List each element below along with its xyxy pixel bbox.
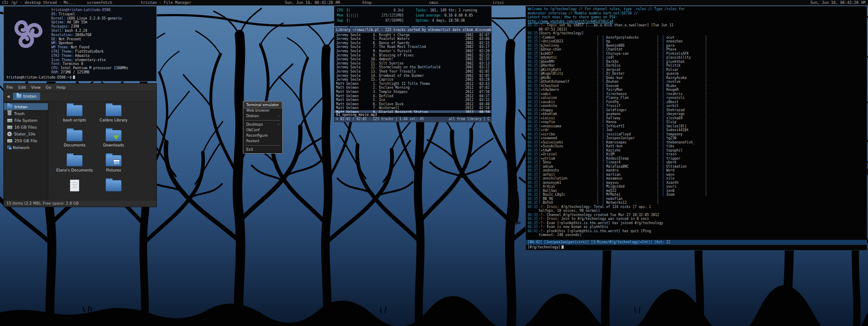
nicklist-row: 06:35[ annihilation][ maxamous][ xilo] (528, 177, 865, 181)
file-item[interactable]: Calibre Library (94, 105, 133, 130)
menu-entry[interactable]: Restart (244, 138, 281, 144)
nicklist-row: 06:35[ Ardias][ Misguided][ yuuri] (528, 185, 865, 189)
file-item-label: bash scripts (63, 118, 86, 122)
irssi-line: 06:35-!- Evan [~plunk@this.is.the.worst]… (528, 221, 865, 225)
irssi-messages: 06:35-!- Irssi: #/g/technology: Total of… (528, 205, 865, 237)
screenfetch-info: tristan@tristan-Latitude-D500 OS:Trisque… (51, 6, 156, 81)
track-row[interactable]: Jeremy Soule 5. Peaceful Waters200203:06 (334, 37, 491, 41)
menubar-item[interactable]: View (28, 85, 43, 90)
track-row[interactable]: Matt Uelmen 2. Enclave Morning201207:02 (334, 86, 491, 90)
menubar-item[interactable]: Go (43, 85, 54, 90)
taskbar-item-browser[interactable]: (5) /g/ - desktop thread - Mo... (2, 0, 75, 5)
nicklist-row: 06:35[ Shou][ linear4][ uberk] (528, 160, 865, 165)
menu-entry[interactable]: Reconfigure (244, 133, 281, 138)
htop-meters: CPU[|8.3%]Mem[|||||275/1253MB]Swp[|87/50… (337, 8, 416, 24)
file-item[interactable]: Documents (55, 130, 94, 155)
track-row[interactable]: Matt Uelmen 6. Enclave Dusk201204:40 (334, 102, 491, 107)
sidebar-item-label: File System (14, 118, 37, 123)
screenfetch-info-line: Resolution:868x326 (51, 33, 156, 37)
irssi-scrollback: Welcome to /g/technology // For channel … (526, 6, 867, 240)
sidebar-item[interactable]: Slater_10e (4, 130, 48, 137)
path-button-tristan[interactable]: tristan (13, 93, 40, 100)
track-row[interactable]: Jeremy Soule15. Caprice200203:28 (334, 78, 491, 82)
menu-entry[interactable]: Web browser (244, 108, 281, 113)
nicklist-row: 06:35[ BallSac][ mq522][ zen0] (528, 189, 865, 193)
track-row[interactable]: Jeremy Soule14. Drumbeat of the Dunmer20… (334, 74, 491, 78)
sidebar-item[interactable]: 250 GB File (4, 137, 48, 144)
file-item[interactable]: Elane's Documents (55, 155, 94, 180)
file-item[interactable] (94, 180, 133, 200)
back-arrow-icon[interactable]: ◀ (7, 94, 10, 98)
taskbar-item-screenfetch[interactable]: screenfetch (87, 0, 112, 5)
sidebar-item[interactable]: Network (4, 144, 48, 151)
menu-entry[interactable]: Debian (244, 113, 281, 119)
track-row[interactable]: Matt Uelmen 4. Defiled201204:37 (334, 94, 491, 98)
taskbar-item-cmus[interactable]: cmus (429, 0, 438, 5)
irssi-input[interactable]: [#/g/technology] (526, 245, 867, 250)
sidebar-item[interactable]: 16 GB Files (4, 124, 48, 130)
menubar-item[interactable]: File (4, 85, 16, 90)
track-row[interactable]: Jeremy Soule 6. Dance of Swords200202:15 (334, 41, 491, 45)
sidebar-item[interactable]: tristan (4, 103, 48, 110)
screenfetch-info-line: Uptime:4d 18h 55m (51, 20, 156, 25)
track-row[interactable]: Jeremy Soule11. Silt Sunrise200203:13 (334, 62, 491, 66)
nicklist-row: 06:35[@dymatic][ codl][ plausibility] (528, 56, 865, 60)
file-item-label: Elane's Documents (56, 168, 93, 172)
menu-entry[interactable] (245, 145, 280, 146)
track-row[interactable]: Jeremy Soule 4. Knight's Charge200202:07 (334, 33, 491, 37)
prompt-text: tristan@tristan-Latitude-D500:~$ (6, 76, 72, 79)
htop-meter: CPU[|8.3%] (337, 8, 416, 13)
sidebar-item[interactable]: Trash (4, 110, 48, 117)
taskbar-item-filemanager[interactable]: tristan - File Manager (141, 0, 191, 5)
track-row[interactable]: Jeremy Soule13. Shed Your Travails200202… (334, 70, 491, 74)
track-row[interactable]: Matt Uelmen 1. Torchlight II Title Theme… (334, 82, 491, 86)
track-row[interactable]: Jeremy Soule 9. Blessing of Vivec200202:… (334, 53, 491, 58)
track-row[interactable]: Matt Uelmen 5. Ice201203:33 (334, 98, 491, 102)
track-row[interactable]: Jeremy Soule12. Stormclouds on the Battl… (334, 65, 491, 70)
irssi-cursor (562, 245, 564, 249)
file-item-label: Pictures (106, 168, 121, 172)
track-row[interactable]: Matt Uelmen 7. Winterwell201202:58 (334, 106, 491, 110)
menubar-item[interactable]: Help (54, 85, 68, 90)
track-row[interactable]: Jeremy Soule 7. The Road Most Travelled2… (334, 45, 491, 49)
cmus-current-file: 01_opening_movie.mp3 (334, 113, 491, 117)
track-row[interactable]: Jeremy Soule10. Ambush!200202:35 (334, 57, 491, 62)
nicklist-row: 06:35[@GeoRMr][ DarkXe][ plunkthat] (528, 60, 865, 64)
irssi-line: http://www.youtube.com/watch?v=kWSiFh8iC… (528, 20, 865, 24)
file-item-label: Calibre Library (100, 118, 128, 122)
file-item[interactable]: Downloads (94, 130, 133, 155)
irssi-line: 06:35-!- Irssi: #/g/technology: Total of… (528, 205, 865, 209)
nicklist-row: 06:35[+advi][ firecheese][ roxahris] (528, 92, 865, 96)
taskbar-item-htop[interactable]: htop (362, 0, 372, 5)
nicklist-row: 06:35[ adium][ MalaTasaBNC][ Ultimation] (528, 165, 865, 169)
irssi-line: 06:35-!- Topic set by sb057 [...be.a.dic… (528, 23, 865, 28)
track-row[interactable]: Matt Uelmen 3. Temple Steppes201207:50 (334, 90, 491, 94)
nicklist-row: 06:35[+seaweed][ JunipexJuniper][ tg230] (528, 136, 865, 141)
irssi-window: Welcome to /g/technology // For channel … (526, 6, 867, 250)
irssi-line: moderator interview // Mumble mumble har… (528, 11, 865, 16)
taskbar-item-irssi[interactable]: irssi (492, 0, 504, 5)
menubar-item[interactable]: Edit (16, 85, 28, 90)
menu-entry[interactable]: Desktops (244, 122, 281, 127)
menu-entry[interactable] (245, 120, 280, 121)
menu-entry[interactable]: Terminal emulator (244, 102, 281, 108)
nicklist-row: 06:35[+asukii][ FontPq][ s0beit] (528, 100, 865, 104)
screenfetch-info-line: CPU:Intel Pentium M processor 1300MHz (51, 66, 156, 70)
file-item[interactable]: Pictures (94, 155, 133, 180)
menu-entry[interactable]: ObConf (244, 127, 281, 133)
terminal-prompt[interactable]: tristan@tristan-Latitude-D500:~$ (6, 76, 75, 80)
track-row[interactable]: Jeremy Soule 8. Hunter's Pursuit200202:2… (334, 49, 491, 53)
file-manager-menubar: FileEditViewGoHelp (4, 84, 156, 91)
menu-entry[interactable]: Exit (244, 147, 281, 152)
nicklist-row: 06:35[&Onee-chan][ ChanStat][ Phase] (528, 48, 865, 52)
screenfetch-info-line: OS:Trisquel (51, 12, 156, 17)
nicklist-row: 06:35[+oneessama][ InYoLeftI][ Smiles[0l… (528, 124, 865, 129)
nicklist-row: 06:35[+t4w3moro][ fairyMan][ RougeR] (528, 88, 865, 92)
file-item[interactable]: bash scripts (55, 105, 94, 130)
sidebar-item-label: 16 GB Files (14, 125, 37, 129)
sidebar-item[interactable]: File System (4, 117, 48, 124)
nicklist-row: 06:35[@KittyKatt][ derpcat][ Pulsar] (528, 68, 865, 72)
file-item[interactable] (55, 180, 94, 200)
screenfetch-info-line: WM:Openbox (51, 41, 156, 45)
menu-entry-label: Web browser (246, 108, 270, 112)
